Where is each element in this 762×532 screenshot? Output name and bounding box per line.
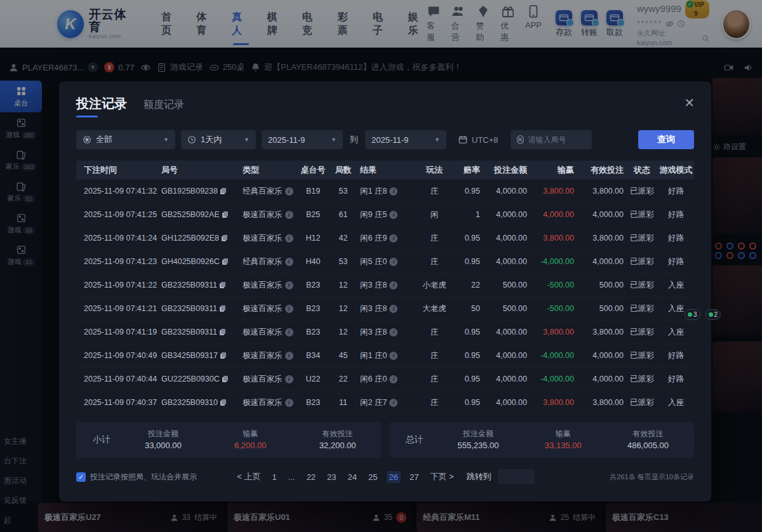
summary-item-label: 输赢	[234, 428, 267, 439]
info-icon[interactable]: i	[285, 305, 293, 313]
merge-label: 投注记录按照局、玩法合并展示	[90, 472, 197, 482]
cell-round[interactable]: GH1225B092E8	[159, 234, 240, 243]
cell-bet: 500.00	[483, 281, 530, 289]
cell-round[interactable]: GB2325B09311	[159, 281, 240, 289]
cell-result: 闲2 庄7i	[358, 397, 415, 408]
summary-item-value: 486,005.00	[627, 439, 669, 452]
info-icon[interactable]: i	[389, 399, 398, 407]
page-button-23[interactable]: 23	[324, 471, 338, 483]
info-icon[interactable]: i	[285, 187, 293, 196]
cell-round[interactable]: GB1925B09238	[159, 187, 240, 196]
query-button[interactable]: 查询	[638, 130, 694, 149]
date-to-select[interactable]: 2025-11-9 ▼	[365, 130, 446, 149]
merge-checkbox[interactable]: ✓	[76, 472, 86, 482]
info-icon[interactable]: i	[389, 352, 398, 360]
cell-odds: 0.95	[454, 328, 483, 336]
col-header-3: 桌台号	[297, 164, 329, 176]
cell-status: 已派彩	[626, 327, 658, 338]
close-icon[interactable]: ✕	[684, 95, 695, 110]
info-icon[interactable]: i	[285, 352, 293, 360]
info-icon[interactable]: i	[285, 281, 293, 289]
cell-winloss: 3,800.00	[530, 234, 577, 243]
page-button-25[interactable]: 25	[366, 471, 380, 483]
game-type-select[interactable]: 全部 ▼	[76, 130, 175, 149]
summary-item-label: 有效投注	[627, 428, 669, 439]
table-row: 2025-11-09 07:41:25GB2525B092AE极速百家乐iB25…	[76, 203, 694, 227]
cell-winloss: -500.00	[530, 304, 577, 313]
cell-mode: 好路	[658, 233, 694, 244]
next-page-button[interactable]: 下页 >	[427, 470, 456, 484]
cell-round[interactable]: GB2325B09311	[159, 328, 240, 336]
copy-icon[interactable]	[220, 329, 226, 336]
page-button-26[interactable]: 26	[387, 471, 401, 483]
cell-winloss: 3,800.00	[530, 398, 577, 407]
date-from-select[interactable]: 2025-11-9 ▼	[262, 130, 343, 149]
page-button-27[interactable]: 27	[407, 471, 421, 483]
cell-play: 庄	[415, 397, 454, 408]
info-icon[interactable]: i	[389, 211, 398, 219]
prev-page-button[interactable]: < 上页	[234, 470, 263, 484]
tab-quota-records[interactable]: 额度记录	[144, 98, 184, 117]
info-icon[interactable]: i	[389, 234, 398, 243]
info-icon[interactable]: i	[389, 281, 398, 289]
info-icon[interactable]: i	[389, 187, 398, 196]
modal-footer: ✓ 投注记录按照局、玩法合并展示 < 上页1...222324252627下页 …	[76, 469, 694, 484]
summary-item: 投注金额33,000.00	[145, 428, 182, 452]
timezone-display[interactable]: UTC+8	[452, 130, 505, 149]
info-icon[interactable]: i	[285, 211, 293, 219]
copy-icon[interactable]	[220, 352, 227, 359]
round-search-input[interactable]	[528, 135, 585, 144]
copy-icon[interactable]	[220, 399, 227, 406]
info-icon[interactable]: i	[285, 375, 293, 383]
copy-icon[interactable]	[222, 258, 229, 265]
cell-type: 极速百家乐i	[240, 233, 297, 244]
info-icon[interactable]: i	[285, 258, 293, 266]
copy-icon[interactable]	[222, 376, 229, 383]
table-row: 2025-11-09 07:40:44GU2225B0930C极速百家乐iU22…	[76, 368, 694, 391]
cell-valid: 3,800.00	[577, 328, 626, 336]
copy-icon[interactable]	[220, 282, 226, 289]
page-button-22[interactable]: 22	[304, 471, 318, 483]
cell-round[interactable]: GB2325B09310	[159, 398, 240, 407]
summary-item-label: 有效投注	[319, 428, 356, 439]
table-body: 2025-11-09 07:41:32GB1925B09238经典百家乐iB19…	[76, 180, 694, 415]
info-icon[interactable]: i	[389, 375, 398, 383]
info-icon[interactable]: i	[389, 328, 398, 336]
summary-item: 投注金额555,235.00	[458, 428, 499, 452]
time-range-select[interactable]: 1天内 ▼	[181, 130, 256, 149]
page-button-1[interactable]: 1	[270, 471, 279, 483]
col-header-9: 输赢	[530, 164, 577, 176]
info-icon[interactable]: i	[389, 258, 398, 266]
col-header-7: 赔率	[454, 164, 483, 176]
info-icon[interactable]: i	[285, 234, 293, 243]
cell-round[interactable]: GH4025B0926C	[159, 257, 240, 266]
cell-table: B25	[297, 210, 329, 219]
copy-icon[interactable]	[220, 188, 227, 195]
cell-rounds: 53	[329, 187, 358, 196]
page-button-24[interactable]: 24	[345, 471, 359, 483]
cell-round[interactable]: GB3425B09317	[159, 351, 240, 360]
cell-status: 已派彩	[626, 256, 658, 267]
copy-icon[interactable]	[220, 305, 226, 312]
cell-round[interactable]: GU2225B0930C	[159, 375, 240, 383]
cell-status: 已派彩	[626, 397, 658, 408]
cell-round[interactable]: GB2325B09311	[159, 304, 240, 313]
info-icon[interactable]: i	[285, 399, 293, 407]
tab-bet-records[interactable]: 投注记录	[76, 95, 127, 117]
cell-winloss: -4,000.00	[530, 257, 577, 266]
cell-status: 已派彩	[626, 280, 658, 291]
cell-winloss: -4,000.00	[530, 351, 577, 360]
cell-result: 闲9 庄5i	[358, 209, 415, 220]
copy-icon[interactable]	[222, 211, 229, 218]
cell-result: 闲5 庄0i	[358, 256, 415, 267]
summary-items: 投注金额33,000.00输赢6,200.00有效投注32,200.00	[145, 428, 365, 452]
cell-status: 已派彩	[626, 303, 658, 314]
cell-mode: 入座	[658, 327, 694, 338]
cell-round[interactable]: GB2525B092AE	[159, 210, 240, 219]
info-icon[interactable]: i	[389, 305, 398, 313]
cell-rounds: 22	[329, 375, 358, 383]
cell-play: 庄	[415, 350, 454, 361]
jump-to-input[interactable]	[498, 469, 535, 484]
info-icon[interactable]: i	[285, 328, 293, 336]
copy-icon[interactable]	[222, 235, 228, 242]
